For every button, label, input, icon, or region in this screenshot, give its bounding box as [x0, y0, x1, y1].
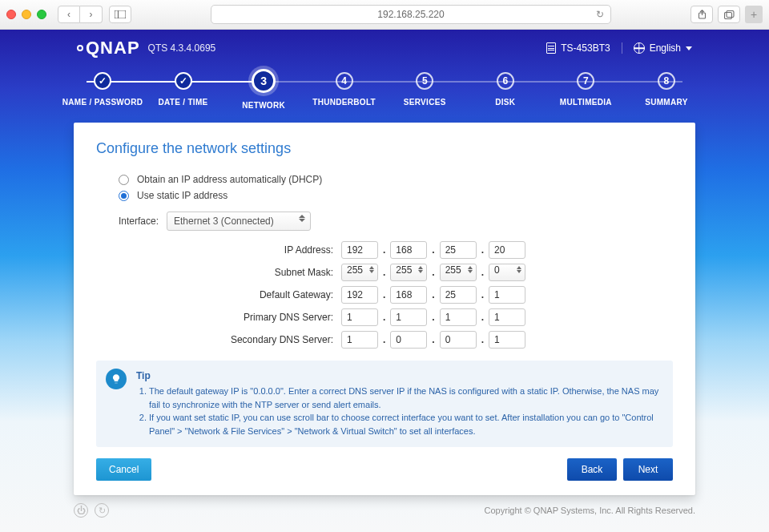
- radio-dhcp-input[interactable]: [119, 175, 129, 185]
- tip-panel: Tip The default gateway IP is "0.0.0.0".…: [96, 361, 673, 447]
- cancel-button[interactable]: Cancel: [96, 458, 151, 481]
- updown-icon: [418, 266, 423, 273]
- updown-icon: [517, 266, 521, 273]
- row-dns1-label: Primary DNS Server:: [119, 312, 341, 323]
- sidebar-icon: [115, 10, 126, 18]
- dot-separator: .: [481, 244, 484, 256]
- row-mask-octet-2[interactable]: 255: [390, 264, 427, 281]
- row-dns1-octet-2[interactable]: [390, 308, 427, 326]
- row-dns2-octet-4[interactable]: [489, 331, 525, 349]
- step-8[interactable]: 8SUMMARY: [626, 66, 707, 118]
- page-footer: ⏻ ↻ Copyright © QNAP Systems, Inc. All R…: [74, 503, 695, 518]
- row-gateway-octet-2[interactable]: [390, 286, 427, 304]
- step-number: 8: [658, 72, 675, 90]
- dot-separator: .: [481, 267, 484, 278]
- share-button[interactable]: [690, 6, 713, 23]
- row-ip-label: IP Address:: [119, 244, 341, 256]
- row-gateway-octet-1[interactable]: [341, 286, 378, 304]
- row-dns2-octet-1[interactable]: [341, 331, 378, 349]
- tip-heading: Tip: [136, 369, 662, 383]
- step-number: 3: [252, 69, 276, 93]
- step-label: DATE / TIME: [159, 98, 208, 107]
- address-bar-text: 192.168.25.220: [377, 9, 444, 20]
- window-controls: [6, 10, 46, 19]
- tabs-button[interactable]: [718, 6, 740, 23]
- power-icon[interactable]: ⏻: [74, 503, 88, 518]
- step-2[interactable]: ✓DATE / TIME: [143, 66, 223, 118]
- check-icon: ✓: [94, 72, 111, 90]
- dot-separator: .: [383, 312, 385, 323]
- tip-item-1: The default gateway IP is "0.0.0.0". Ent…: [149, 385, 662, 411]
- row-ip-octet-2[interactable]: [390, 241, 427, 259]
- updown-icon: [369, 266, 374, 273]
- dot-separator: .: [383, 244, 385, 256]
- step-3[interactable]: 3NETWORK: [223, 66, 304, 118]
- step-label: SERVICES: [404, 98, 446, 107]
- sidebar-toggle-button[interactable]: [109, 6, 131, 23]
- dot-separator: .: [383, 334, 385, 345]
- step-number: 7: [577, 72, 594, 90]
- step-4[interactable]: 4THUNDERBOLT: [304, 66, 384, 118]
- row-gateway-octets: ...: [341, 286, 525, 304]
- step-label: NAME / PASSWORD: [62, 98, 143, 107]
- row-dns2: Secondary DNS Server:...: [119, 328, 673, 351]
- page-root: QNAP QTS 4.3.4.0695 TS-453BT3 English ✓N…: [0, 30, 769, 532]
- back-button[interactable]: Back: [567, 458, 617, 481]
- address-bar[interactable]: 192.168.25.220 ↻: [211, 5, 611, 24]
- step-5[interactable]: 5SERVICES: [384, 66, 465, 118]
- language-selector[interactable]: English: [622, 42, 692, 54]
- refresh-icon[interactable]: ↻: [95, 503, 109, 518]
- card-actions: Cancel Back Next: [96, 458, 673, 481]
- dot-separator: .: [432, 244, 434, 256]
- step-7[interactable]: 7MULTIMEDIA: [546, 66, 626, 118]
- nav-forward-button[interactable]: ›: [80, 6, 103, 23]
- firmware-version: QTS 4.3.4.0695: [148, 42, 216, 54]
- step-label: MULTIMEDIA: [560, 98, 612, 107]
- next-button[interactable]: Next: [623, 458, 673, 481]
- row-ip-octet-1[interactable]: [341, 241, 378, 259]
- ip-mode-radios: Obtain an IP address automatically (DHCP…: [119, 171, 673, 204]
- row-dns1-octet-1[interactable]: [341, 308, 378, 326]
- minimize-window-icon[interactable]: [22, 10, 31, 19]
- new-tab-button[interactable]: +: [745, 6, 763, 23]
- row-mask-octet-3[interactable]: 255: [440, 264, 477, 281]
- brand-logo: QNAP: [77, 38, 140, 58]
- row-gateway-octet-4[interactable]: [489, 286, 525, 304]
- close-window-icon[interactable]: [6, 10, 16, 19]
- copyright-text: Copyright © QNAP Systems, Inc. All Right…: [485, 506, 695, 515]
- step-6[interactable]: 6DISK: [465, 66, 546, 118]
- dot-separator: .: [432, 334, 434, 345]
- step-number: 6: [497, 72, 514, 90]
- row-mask-octet-4[interactable]: 0: [489, 264, 525, 281]
- row-gateway: Default Gateway:...: [119, 284, 673, 306]
- radio-static-input[interactable]: [119, 191, 129, 201]
- row-dns2-octets: ...: [341, 331, 525, 349]
- check-icon: ✓: [175, 72, 192, 90]
- zoom-window-icon[interactable]: [37, 10, 46, 19]
- row-dns2-label: Secondary DNS Server:: [119, 334, 341, 345]
- tip-item-2: If you want set static IP, you can use s…: [149, 411, 662, 437]
- row-dns2-octet-2[interactable]: [390, 331, 427, 349]
- row-ip-octet-4[interactable]: [489, 241, 525, 259]
- row-ip-octet-3[interactable]: [440, 241, 477, 259]
- row-dns1-octet-4[interactable]: [489, 308, 525, 326]
- reload-icon[interactable]: ↻: [596, 9, 604, 20]
- dot-separator: .: [383, 289, 385, 300]
- nav-back-button[interactable]: ‹: [58, 6, 80, 23]
- step-number: 5: [416, 72, 433, 90]
- row-mask-octet-1[interactable]: 255: [341, 264, 378, 281]
- step-label: SUMMARY: [645, 98, 687, 107]
- step-1[interactable]: ✓NAME / PASSWORD: [62, 66, 143, 118]
- row-mask-octets: 255.255.255.0: [341, 264, 525, 281]
- svg-rect-0: [115, 10, 126, 18]
- interface-select[interactable]: Ethernet 3 (Connected): [167, 212, 311, 231]
- radio-static[interactable]: Use static IP address: [119, 187, 673, 204]
- row-dns2-octet-3[interactable]: [440, 331, 477, 349]
- nas-model[interactable]: TS-453BT3: [546, 42, 622, 54]
- row-ip-octets: ...: [341, 241, 525, 259]
- logo-mark-icon: [77, 45, 83, 51]
- radio-dhcp[interactable]: Obtain an IP address automatically (DHCP…: [119, 171, 673, 187]
- row-dns1-octet-3[interactable]: [440, 308, 477, 326]
- row-gateway-octet-3[interactable]: [440, 286, 477, 304]
- brand-text: QNAP: [86, 38, 140, 58]
